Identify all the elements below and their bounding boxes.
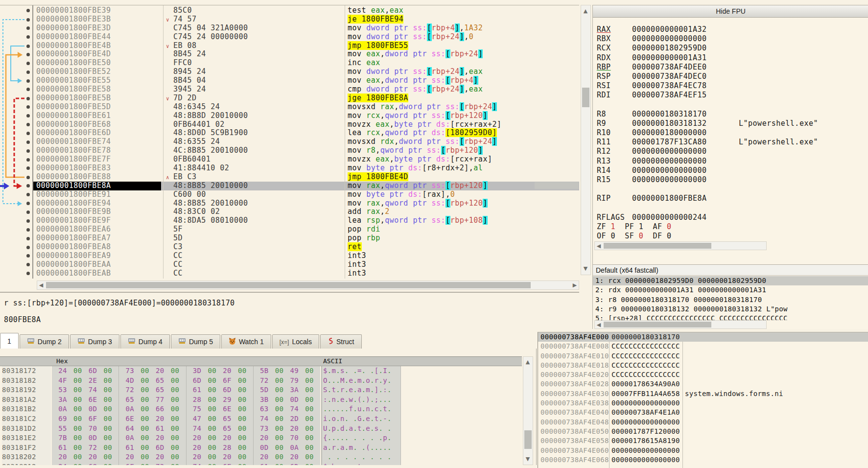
register-row-rflags[interactable]: RFLAGS0000000000000244 [597,213,865,222]
callconv-arg-row[interactable]: 4: r9 0000000180318132 0000000180318132 … [593,304,868,314]
scrollbar-thumb[interactable] [604,243,711,249]
register-row-rip[interactable]: RIP00000001800FBE8A [597,194,865,203]
disasm-row[interactable]: 00000001800FBEA8C3ret [0,243,579,252]
breakpoint-dot[interactable] [26,184,30,187]
disassembly-vertical-scrollbar[interactable]: ▲ ▼ [581,5,591,275]
disasm-row[interactable]: 00000001800FBE5B∨7D 2Djge 1800FBE8A [0,94,579,103]
register-row-rsi[interactable]: RSI000000738AF4EC78 [597,81,865,91]
disasm-row[interactable]: 00000001800FBE8341:884410 02mov byte ptr… [0,164,579,173]
stack-row[interactable]: 000000738AF4E03000007FFB11A4A658system.w… [538,389,868,398]
stack-row[interactable]: 000000738AF4E050000001787F120000 [538,427,868,436]
tab-locals[interactable]: [x=]Locals [272,334,319,349]
dump-vertical-scrollbar[interactable]: ▲ ▼ [523,356,533,465]
disasm-row[interactable]: 00000001800FBE583945 24cmp dword ptr ss:… [0,85,579,94]
stack-row[interactable]: 000000738AF4E0000000000180318170 [538,332,868,342]
disasm-row[interactable]: 00000001800FBE3985C0test eax,eax [0,6,579,15]
register-row-r9[interactable]: R90000000180318132L"powershell.exe" [597,119,865,128]
breakpoint-dot[interactable] [26,228,30,232]
hide-fpu-button[interactable]: Hide FPU [593,5,868,18]
disasm-row[interactable]: 00000001800FBE9F48:8DA5 08010000lea rsp,… [0,216,579,225]
disasm-row[interactable]: 00000001800FBEA75Dpop rbp [0,234,579,243]
scrollbar-thumb[interactable] [46,282,531,288]
dump-row[interactable]: 80318212240068006F00730074006E0061006D00… [0,462,522,465]
call-convention-selector[interactable]: Default (x64 fastcall) [593,264,868,276]
disasm-row[interactable]: 00000001800FBE558B45 04mov eax,dword ptr… [0,76,579,85]
disasm-row[interactable]: 00000001800FBE680FB64401 02movzx eax,byt… [0,120,579,129]
breakpoint-dot[interactable] [26,79,30,83]
stack-row[interactable]: 000000738AF4E008CCCCCCCCCCCCCCCC [538,342,868,351]
disasm-row[interactable]: 00000001800FBE7F0FB60401movzx eax,byte p… [0,155,579,164]
breakpoint-dot[interactable] [26,158,30,162]
breakpoint-dot[interactable] [26,35,30,39]
disasm-row[interactable]: 00000001800FBE91C600 00mov byte ptr ds:[… [0,190,579,199]
disasm-row[interactable]: 00000001800FBE50FFC0inc eax [0,59,579,68]
disasm-row[interactable]: 00000001800FBE3DC745 04 321A0000mov dwor… [0,24,579,33]
breakpoint-dot[interactable] [26,9,30,12]
breakpoint-dot[interactable] [26,237,30,240]
disassembly-horizontal-scrollbar[interactable]: ◀ ▶ [37,281,579,290]
scroll-down-icon[interactable]: ▼ [524,455,532,463]
registers-horizontal-scrollbar[interactable]: ◀ [594,241,767,250]
disasm-row[interactable]: 00000001800FBE3B∨74 57je 1800FBE94 [0,15,579,24]
breakpoint-dot[interactable] [26,202,30,205]
register-row-rdx[interactable]: RDX0000000000001A31 [597,53,865,63]
breakpoint-dot[interactable] [26,132,30,135]
dump-row[interactable]: 803181824F002E004D0065006D006F0072007900… [0,376,522,386]
tab-watch-1[interactable]: Watch 1 [221,334,271,349]
disasm-row[interactable]: 00000001800FBE9448:8B85 20010000mov rax,… [0,199,579,208]
breakpoint-dot[interactable] [26,114,30,117]
disasm-row[interactable]: 00000001800FBE6D48:8D0D 5C9B1900lea rcx,… [0,129,579,138]
stack-row[interactable]: 000000738AF4E05800000178615A8190 [538,436,868,445]
disasm-row[interactable]: 00000001800FBE88∧EB C3jmp 1800FBE4D [0,173,579,182]
disasm-row[interactable]: 00000001800FBE44C745 24 00000000mov dwor… [0,33,579,42]
register-row-rax[interactable]: RAX0000000000001A32 [597,25,865,34]
breakpoint-dot[interactable] [26,140,30,144]
breakpoint-dot[interactable] [26,26,30,30]
dump-row[interactable]: 803181D255007000640061007400650073002000… [0,424,522,434]
register-row-r15[interactable]: R150000000000000000 [597,175,865,185]
flags-row[interactable]: OF 0 SF 0 DF 0 [597,232,865,241]
dump-row[interactable]: 8031817224006D00730020003D0020005B004900… [0,366,522,376]
register-row-rsp[interactable]: RSP000000738AF4DEC0 [597,72,865,81]
scrollbar-thumb[interactable] [582,88,589,107]
disasm-row[interactable]: 00000001800FBE5D48:6345 24movsxd rax,dwo… [0,103,579,112]
disasm-row[interactable]: 00000001800FBE4D8B45 24mov eax,dword ptr… [0,50,579,59]
breakpoint-dot[interactable] [26,193,30,196]
splitter-grip[interactable] [535,182,579,189]
breakpoint-dot[interactable] [26,62,30,65]
stack-row[interactable]: 000000738AF4E0600000000000000000 [538,446,868,455]
stack-row[interactable]: 000000738AF4E0480000000000000000 [538,418,868,427]
callconv-horizontal-scrollbar[interactable]: ◀ [594,320,767,329]
register-row-r14[interactable]: R140000000000000000 [597,166,865,175]
scroll-down-icon[interactable]: ▼ [582,265,589,273]
scroll-left-icon[interactable]: ◀ [595,242,603,250]
register-row-r10[interactable]: R100000000180000000 [597,128,865,138]
stack-row[interactable]: 000000738AF4E040000000738AF4E1A0 [538,408,868,417]
disasm-row[interactable]: 00000001800FBE7448:6355 24movsxd rdx,dwo… [0,138,579,146]
flags-row[interactable]: ZF 1 PF 1 AF 0 [597,222,865,232]
disasm-row[interactable]: 00000001800FBE784C:8B85 20010000mov r8,q… [0,146,579,155]
register-row-r12[interactable]: R120000000000000000 [597,147,865,156]
breakpoint-dot[interactable] [26,18,30,22]
stack-row[interactable]: 000000738AF4E018CCCCCCCCCCCCCCCC [538,361,868,370]
register-row-rcx[interactable]: RCX00000001802959D0 [597,44,865,53]
disasm-row[interactable]: 00000001800FBE4B∨EB 08jmp 1800FBE55 [0,42,579,50]
disasm-row[interactable]: 00000001800FBE6148:8B8D 20010000mov rcx,… [0,112,579,120]
register-row-r11[interactable]: R11000001787F13CA80L"powershell.exe" [597,138,865,147]
breakpoint-dot[interactable] [26,219,30,223]
breakpoint-dot[interactable] [26,45,30,48]
scroll-right-icon[interactable]: ▶ [571,281,579,289]
breakpoint-dot[interactable] [26,166,30,170]
breakpoint-dot[interactable] [26,97,30,100]
register-row-rbp[interactable]: RBP000000738AF4DEE0 [597,63,865,72]
callconv-arg-row[interactable]: 5: [rsp+28] CCCCCCCCCCCCCCCC CCCCCCCCCCC… [593,314,868,320]
tab-dump-5[interactable]: Dump 5 [171,334,220,349]
disasm-row[interactable]: 00000001800FBEA65Fpop rdi [0,225,579,234]
disasm-row[interactable]: 00000001800FBEAACCint3 [0,260,579,269]
stack-row[interactable]: 000000738AF4E0680000000000000000 [538,455,868,465]
callconv-arg-row[interactable]: 3: r8 0000000180318170 0000000180318170 [593,295,868,304]
breakpoint-dot[interactable] [26,263,30,266]
scroll-left-icon[interactable]: ◀ [37,281,45,289]
breakpoint-dot[interactable] [26,53,30,56]
callconv-arg-row[interactable]: 2: rdx 0000000000001A31 0000000000001A31 [593,285,868,295]
